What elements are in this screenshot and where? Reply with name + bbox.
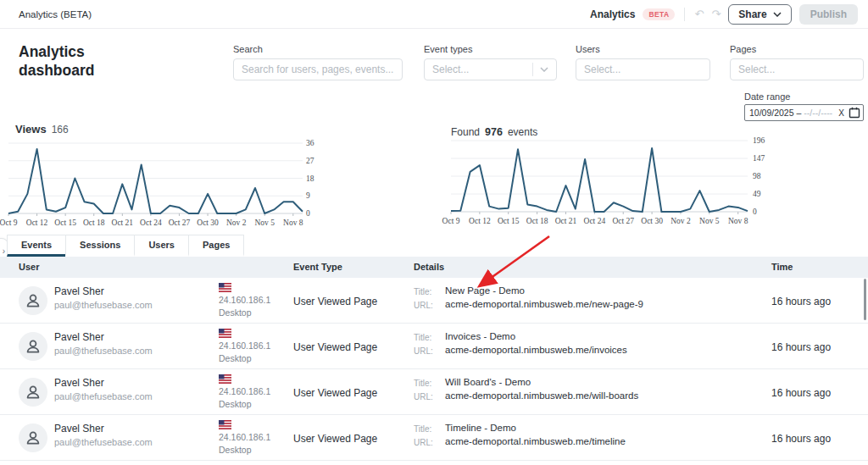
scrollbar-thumb[interactable] (864, 279, 866, 320)
event-time: 16 hours ago (771, 387, 831, 399)
user-email: paul@thefusebase.com (54, 300, 153, 310)
search-label: Search (233, 44, 403, 54)
event-type: User Viewed Page (293, 433, 377, 445)
detail-title-label: Title: (414, 287, 431, 296)
tab-sessions[interactable]: Sessions (65, 235, 135, 257)
events-ytick: 49 (753, 190, 761, 198)
views-xtick: Oct 15 (54, 219, 76, 227)
detail-url-value[interactable]: acme-demoportal.nimbusweb.me/new-page-9 (445, 299, 643, 309)
tab-pages[interactable]: Pages (188, 235, 244, 257)
event-types-placeholder: Select... (432, 64, 532, 75)
detail-url-label: URL: (414, 438, 433, 447)
detail-url-value[interactable]: acme-demoportal.nimbusweb.me/will-boards (445, 390, 638, 401)
publish-button[interactable]: Publish (799, 4, 858, 25)
redo-icon[interactable]: ↷ (711, 8, 721, 19)
detail-title-value: Will Board's - Demo (445, 377, 531, 387)
pages-label: Pages (730, 44, 864, 54)
col-time: Time (771, 262, 793, 272)
events-ytick: 147 (753, 154, 765, 163)
events-plot (451, 141, 748, 216)
us-flag-icon (219, 283, 231, 292)
views-xtick: Nov 8 (283, 219, 303, 227)
events-ytick: 98 (753, 172, 761, 180)
user-ip: 24.160.186.1 (219, 340, 270, 351)
event-type: User Viewed Page (293, 387, 377, 399)
events-count: 976 (485, 126, 503, 138)
event-type: User Viewed Page (293, 296, 377, 307)
us-flag-icon (219, 374, 231, 384)
user-ip: 24.160.186.1 (219, 295, 270, 305)
views-xtick: Nov 2 (226, 219, 247, 227)
events-series-line (451, 148, 748, 212)
event-time: 16 hours ago (771, 296, 831, 307)
user-email: paul@thefusebase.com (54, 437, 153, 447)
user-icon (25, 384, 42, 401)
chevron-down-icon (773, 12, 782, 17)
us-flag-icon (219, 329, 231, 338)
beta-badge: BETA (643, 8, 675, 20)
search-input[interactable] (233, 58, 403, 80)
users-label: Users (576, 44, 710, 54)
events-chart-title: Found 976 events (451, 126, 537, 138)
table-row[interactable]: Pavel Sher paul@thefusebase.com 24.160.1… (0, 369, 868, 415)
event-types-select[interactable]: Select... (424, 58, 557, 80)
table-row[interactable]: Pavel Sher paul@thefusebase.com 24.160.1… (0, 415, 868, 461)
events-title-prefix: Found (451, 126, 480, 138)
date-clear-button[interactable]: X (837, 108, 846, 118)
us-flag-icon (219, 420, 231, 429)
users-select[interactable] (576, 58, 710, 80)
detail-title-value: New Page - Demo (445, 285, 525, 296)
events-xtick: Nov 5 (699, 217, 720, 225)
event-types-filter: Event types Select... (424, 44, 557, 80)
events-ytick: 0 (753, 208, 757, 216)
user-device: Desktop (219, 445, 252, 455)
event-type: User Viewed Page (293, 341, 377, 353)
table-header: User Event Type Details Time (0, 257, 868, 278)
detail-url-label: URL: (414, 392, 433, 401)
user-icon (25, 429, 42, 446)
col-event-type: Event Type (293, 262, 342, 272)
pages-select[interactable] (730, 58, 864, 80)
app-breadcrumb: Analytics (BETA) (0, 9, 92, 19)
undo-icon[interactable]: ↶ (694, 8, 704, 19)
views-xtick: Oct 18 (83, 219, 105, 227)
event-time: 16 hours ago (771, 433, 831, 445)
calendar-icon[interactable] (849, 107, 860, 119)
event-time: 16 hours ago (771, 341, 831, 353)
chevron-right-icon: › (3, 246, 5, 256)
detail-url-label: URL: (414, 301, 433, 310)
events-xtick: Nov 2 (670, 217, 691, 225)
date-range-label: Date range (744, 91, 864, 102)
chevron-down-icon (540, 67, 548, 72)
col-user: User (19, 262, 39, 272)
tab-events[interactable]: Events (7, 235, 66, 257)
share-button[interactable]: Share (728, 4, 791, 25)
doc-title: Analytics (590, 8, 635, 20)
user-name: Pavel Sher (54, 285, 104, 297)
table-row[interactable]: Pavel Sher paul@thefusebase.com 24.160.1… (0, 278, 868, 324)
views-xtick: Oct 27 (169, 219, 191, 227)
events-xtick: Oct 30 (641, 217, 663, 225)
detail-title-label: Title: (414, 424, 431, 434)
table-row[interactable]: Pavel Sher paul@thefusebase.com 24.160.1… (0, 324, 868, 369)
avatar (19, 332, 47, 361)
views-ytick: 27 (306, 157, 314, 165)
event-types-label: Event types (424, 44, 557, 54)
views-series-line (8, 149, 303, 213)
divider (684, 8, 685, 21)
views-xtick: Oct 12 (26, 219, 48, 227)
date-range-input[interactable]: 10/09/2025 – --/--/---- X (744, 104, 864, 121)
views-xtick: Oct 24 (140, 219, 162, 227)
tab-users[interactable]: Users (134, 235, 189, 257)
events-xtick: Oct 12 (469, 217, 491, 225)
views-ytick: 9 (306, 191, 310, 200)
events-xtick: Oct 21 (555, 217, 577, 225)
events-xtick: Oct 24 (584, 217, 606, 225)
avatar (19, 378, 47, 407)
events-ytick: 196 (753, 136, 765, 145)
detail-url-value[interactable]: acme-demoportal.nimbusweb.me/timeline (445, 436, 626, 446)
views-ytick: 0 (306, 209, 310, 218)
avatar (19, 286, 47, 315)
detail-url-value[interactable]: acme-demoportal.nimbusweb.me/invoices (445, 345, 627, 355)
user-device: Desktop (219, 353, 252, 363)
